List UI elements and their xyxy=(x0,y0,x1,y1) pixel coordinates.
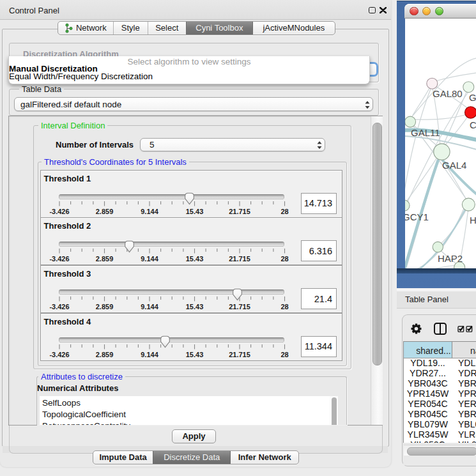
svg-text:GAL4: GAL4 xyxy=(442,160,466,171)
svg-text:HAP2: HAP2 xyxy=(438,253,463,264)
svg-text:GCY1: GCY1 xyxy=(405,211,429,222)
svg-text:GAL80: GAL80 xyxy=(433,88,463,99)
svg-text:GAL11: GAL11 xyxy=(411,127,440,138)
svg-text:CDC: CDC xyxy=(470,119,476,130)
svg-text:HIS: HIS xyxy=(470,215,476,226)
svg-text:GAL: GAL xyxy=(469,92,476,103)
